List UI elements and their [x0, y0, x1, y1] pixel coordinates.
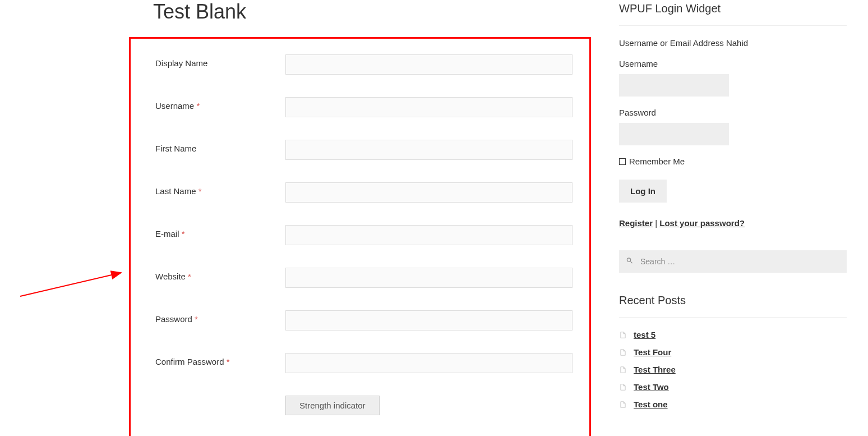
input-first-name[interactable]	[285, 140, 572, 160]
input-username[interactable]	[285, 97, 572, 117]
field-website: Website *	[155, 268, 572, 288]
input-website[interactable]	[285, 268, 572, 288]
list-item: Test Two	[619, 382, 847, 392]
required-asterisk: *	[188, 272, 191, 281]
login-username-label: Username	[619, 59, 847, 68]
login-password-field: Password	[619, 108, 847, 145]
required-asterisk: *	[196, 101, 200, 111]
post-link[interactable]: Test Four	[634, 347, 671, 357]
field-display-name: Display Name	[155, 54, 572, 75]
input-last-name[interactable]	[285, 182, 572, 203]
login-password-label: Password	[619, 108, 847, 117]
input-password[interactable]	[285, 310, 572, 331]
label-display-name: Display Name	[155, 54, 285, 68]
login-button[interactable]: Log In	[619, 180, 667, 203]
required-asterisk: *	[182, 229, 185, 238]
lost-password-link[interactable]: Lost your password?	[659, 218, 745, 228]
label-website: Website *	[155, 268, 285, 281]
login-links: Register | Lost your password?	[619, 218, 847, 228]
login-password-input[interactable]	[619, 123, 729, 145]
label-password: Password *	[155, 310, 285, 324]
document-icon	[619, 366, 627, 374]
required-asterisk: *	[195, 314, 198, 324]
login-link-separator: |	[653, 218, 659, 228]
search-icon	[626, 257, 634, 267]
field-email: E-mail *	[155, 225, 572, 245]
post-link[interactable]: Test Three	[634, 365, 676, 374]
post-link[interactable]: Test one	[634, 400, 668, 409]
svg-line-1	[20, 273, 121, 296]
arrow-annotation	[15, 268, 127, 302]
search-input[interactable]	[619, 250, 847, 273]
label-email: E-mail *	[155, 225, 285, 238]
label-username: Username *	[155, 97, 285, 111]
field-first-name: First Name	[155, 140, 572, 160]
required-asterisk: *	[227, 357, 230, 366]
login-widget-title: WPUF Login Widget	[619, 2, 847, 26]
label-first-name: First Name	[155, 140, 285, 153]
field-username: Username *	[155, 97, 572, 117]
recent-posts-list: test 5 Test Four Test Three Test Two Tes…	[619, 330, 847, 409]
registration-form: Display Name Username * First Name	[129, 37, 591, 436]
field-password: Password *	[155, 310, 572, 331]
remember-me-checkbox[interactable]	[619, 158, 626, 165]
input-confirm-password[interactable]	[285, 353, 572, 373]
post-link[interactable]: Test Two	[634, 382, 669, 392]
strength-indicator-row: Strength indicator	[155, 396, 572, 415]
recent-posts-widget: Recent Posts test 5 Test Four Test Three…	[619, 294, 847, 409]
list-item: Test Three	[619, 365, 847, 374]
field-confirm-password: Confirm Password *	[155, 353, 572, 373]
page-title: Test Blank	[153, 0, 591, 24]
post-link[interactable]: test 5	[634, 330, 655, 339]
document-icon	[619, 401, 627, 409]
recent-posts-title: Recent Posts	[619, 294, 847, 318]
remember-me-label: Remember Me	[629, 157, 685, 166]
label-confirm-password: Confirm Password *	[155, 353, 285, 366]
list-item: test 5	[619, 330, 847, 339]
label-last-name: Last Name *	[155, 182, 285, 196]
login-widget-intro: Username or Email Address Nahid	[619, 38, 847, 48]
login-widget: WPUF Login Widget Username or Email Addr…	[619, 2, 847, 228]
login-username-field: Username	[619, 59, 847, 97]
input-display-name[interactable]	[285, 54, 572, 75]
input-email[interactable]	[285, 225, 572, 245]
list-item: Test one	[619, 400, 847, 409]
login-username-input[interactable]	[619, 74, 729, 97]
search-widget	[619, 250, 847, 273]
strength-indicator: Strength indicator	[285, 396, 380, 415]
field-last-name: Last Name *	[155, 182, 572, 203]
document-icon	[619, 331, 627, 339]
register-link[interactable]: Register	[619, 218, 653, 228]
remember-me-wrap: Remember Me	[619, 157, 847, 166]
list-item: Test Four	[619, 347, 847, 357]
sidebar: WPUF Login Widget Username or Email Addr…	[619, 0, 847, 436]
required-asterisk: *	[198, 186, 202, 196]
document-icon	[619, 348, 627, 356]
document-icon	[619, 383, 627, 391]
